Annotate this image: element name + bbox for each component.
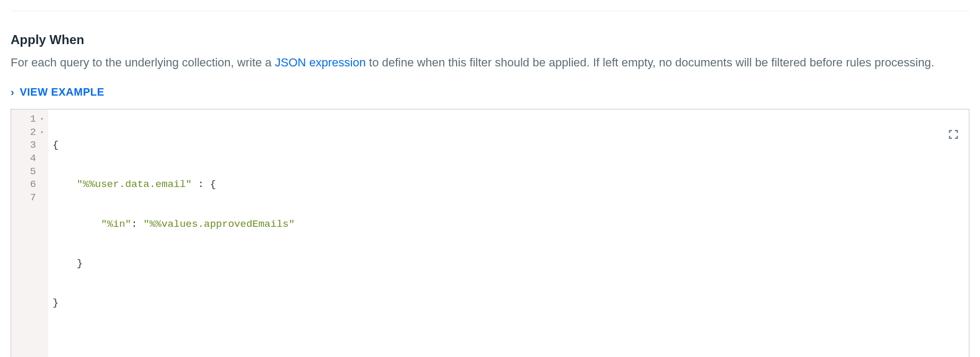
code-line: { xyxy=(51,139,969,152)
line-number: 6 xyxy=(30,178,36,191)
code-line xyxy=(51,336,969,349)
chevron-right-icon: › xyxy=(11,86,14,98)
line-number: 3 xyxy=(30,139,36,152)
line-number: 5 xyxy=(30,165,36,178)
code-line: "%%user.data.email" : { xyxy=(51,178,969,191)
editor-gutter: 1▾ 2▾ 3 4 5 6 7 xyxy=(11,109,48,357)
fullscreen-icon[interactable] xyxy=(948,129,959,140)
description-text-pre: For each query to the underlying collect… xyxy=(11,56,275,69)
apply-when-section: Apply When For each query to the underly… xyxy=(11,11,969,357)
description-text-post: to define when this filter should be app… xyxy=(366,56,934,69)
fold-icon[interactable]: ▾ xyxy=(38,116,44,123)
line-number: 7 xyxy=(30,191,36,205)
code-line: } xyxy=(51,296,969,310)
fold-icon[interactable]: ▾ xyxy=(38,129,44,136)
line-number: 2 xyxy=(30,126,36,139)
code-content[interactable]: { "%%user.data.email" : { "%in": "%%valu… xyxy=(48,109,969,357)
code-line: "%in": "%%values.approvedEmails" xyxy=(51,218,969,231)
view-example-label: VIEW EXAMPLE xyxy=(20,86,104,98)
section-description: For each query to the underlying collect… xyxy=(11,54,969,71)
code-line: } xyxy=(51,257,969,270)
view-example-toggle[interactable]: › VIEW EXAMPLE xyxy=(11,86,105,98)
section-title: Apply When xyxy=(11,32,969,47)
json-expression-link[interactable]: JSON expression xyxy=(275,56,366,69)
code-editor[interactable]: 1▾ 2▾ 3 4 5 6 7 { "%%user.data.email" : … xyxy=(11,109,969,357)
line-number: 4 xyxy=(30,152,36,165)
line-number: 1 xyxy=(30,113,36,126)
